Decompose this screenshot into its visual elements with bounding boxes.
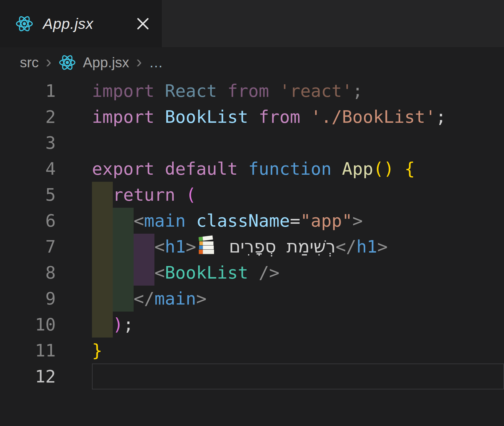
line-content[interactable]: import React from 'react'; xyxy=(56,78,504,104)
code-token: BookList xyxy=(165,107,248,127)
code-token: from xyxy=(227,81,269,101)
line-number: 11 xyxy=(0,338,56,363)
code-area: 1import React from 'react';2import BookL… xyxy=(0,78,504,389)
code-token: < xyxy=(154,263,165,283)
code-token xyxy=(332,159,342,179)
line-content[interactable]: <h1> רְשִׁימַת סְפָרִים</h1> xyxy=(56,234,504,260)
code-token: return xyxy=(113,185,175,205)
code-token: App xyxy=(342,159,373,179)
line-content[interactable]: export default function App() { xyxy=(56,156,504,182)
react-icon xyxy=(15,15,33,33)
line-content[interactable]: ); xyxy=(56,312,504,338)
code-line-10: 10 ); xyxy=(0,312,504,338)
code-token xyxy=(186,211,196,231)
code-line-8: 8 <BookList /> xyxy=(0,260,504,286)
indent-rainbow-block xyxy=(113,260,134,286)
code-line-12: 12 xyxy=(0,363,504,389)
line-content[interactable]: import BookList from './BookList'; xyxy=(56,104,504,130)
indent-rainbow-block xyxy=(134,260,154,286)
code-token: () xyxy=(373,159,394,179)
code-token xyxy=(154,107,165,127)
tab-title: App.jsx xyxy=(43,15,126,32)
breadcrumb: src › App.jsx › … xyxy=(0,47,504,78)
code-token: export xyxy=(92,159,154,179)
chevron-right-icon: › xyxy=(136,53,142,72)
code-token: import xyxy=(92,81,154,101)
breadcrumb-item-src[interactable]: src xyxy=(20,54,39,71)
code-token: BookList xyxy=(165,263,248,283)
code-token xyxy=(154,81,165,101)
code-token: = xyxy=(290,211,301,231)
line-number: 4 xyxy=(0,156,56,182)
code-token: ; xyxy=(123,314,134,335)
code-line-11: 11} xyxy=(0,338,504,363)
breadcrumb-react-icon xyxy=(59,54,76,71)
code-token: > xyxy=(377,237,388,257)
code-token: /> xyxy=(259,263,279,283)
line-content[interactable]: <BookList /> xyxy=(56,260,504,286)
code-token xyxy=(238,159,248,179)
indent-rainbow-block xyxy=(92,182,113,208)
code-line-2: 2import BookList from './BookList'; xyxy=(0,104,504,130)
line-number: 3 xyxy=(0,130,56,156)
tab-bar-empty-space xyxy=(162,0,504,47)
code-token: h1 xyxy=(165,237,186,257)
line-number: 5 xyxy=(0,182,56,208)
line-number: 10 xyxy=(0,312,56,338)
line-number: 8 xyxy=(0,260,56,286)
line-content[interactable]: <main className="app"> xyxy=(56,208,504,234)
code-token: > xyxy=(352,211,363,231)
code-line-1: 1import React from 'react'; xyxy=(0,78,504,104)
indent-rainbow-block xyxy=(92,286,113,312)
close-icon xyxy=(136,16,150,31)
line-content[interactable] xyxy=(56,130,504,156)
code-token: main xyxy=(144,211,186,231)
indent-rainbow-block xyxy=(92,312,113,338)
line-number: 6 xyxy=(0,208,56,234)
line-number: 12 xyxy=(0,363,56,389)
breadcrumb-item-symbol-ellipsis[interactable]: … xyxy=(149,54,164,71)
code-token: './BookList' xyxy=(311,107,436,127)
line-number: 9 xyxy=(0,286,56,312)
code-token: ) xyxy=(113,314,123,335)
line-number: 1 xyxy=(0,78,56,104)
hebrew-title-text: רְשִׁימַת סְפָרִים xyxy=(229,237,336,257)
indent-rainbow-block xyxy=(113,234,134,260)
code-token: > xyxy=(186,237,196,257)
indent-rainbow-block xyxy=(92,208,113,234)
books-emoji-icon xyxy=(196,235,218,256)
code-token: { xyxy=(404,159,415,179)
code-token: </ xyxy=(335,237,356,257)
code-line-5: 5 return ( xyxy=(0,182,504,208)
code-token: < xyxy=(134,211,144,231)
code-token: < xyxy=(154,237,165,257)
code-token: 'react' xyxy=(279,81,352,101)
code-token: from xyxy=(259,107,300,127)
code-token xyxy=(219,237,229,257)
code-line-6: 6 <main className="app"> xyxy=(0,208,504,234)
code-line-9: 9 </main> xyxy=(0,286,504,312)
line-content[interactable]: return ( xyxy=(56,182,504,208)
breadcrumb-item-file[interactable]: App.jsx xyxy=(83,54,129,71)
chevron-right-icon: › xyxy=(46,53,52,72)
tab-app-jsx[interactable]: App.jsx xyxy=(0,0,162,47)
line-number: 2 xyxy=(0,104,56,130)
code-token: default xyxy=(165,159,238,179)
tab-close-button[interactable] xyxy=(136,16,150,31)
line-content[interactable]: } xyxy=(56,338,504,363)
code-token: main xyxy=(154,288,196,309)
editor-window: App.jsx src › App.jsx › … 1imp xyxy=(0,0,504,389)
line-content[interactable]: </main> xyxy=(56,286,504,312)
code-token: > xyxy=(196,288,207,309)
code-token xyxy=(248,263,259,283)
code-token: ( xyxy=(186,185,196,205)
code-token: React xyxy=(165,81,217,101)
code-token: ; xyxy=(352,81,363,101)
code-line-7: 7 <h1> רְשִׁימַת סְפָרִים</h1> xyxy=(0,234,504,260)
code-token: "app" xyxy=(300,211,352,231)
code-token: className xyxy=(196,211,290,231)
line-content[interactable] xyxy=(56,363,504,389)
code-token: import xyxy=(92,107,154,127)
code-token xyxy=(175,185,186,205)
code-token xyxy=(394,159,405,179)
